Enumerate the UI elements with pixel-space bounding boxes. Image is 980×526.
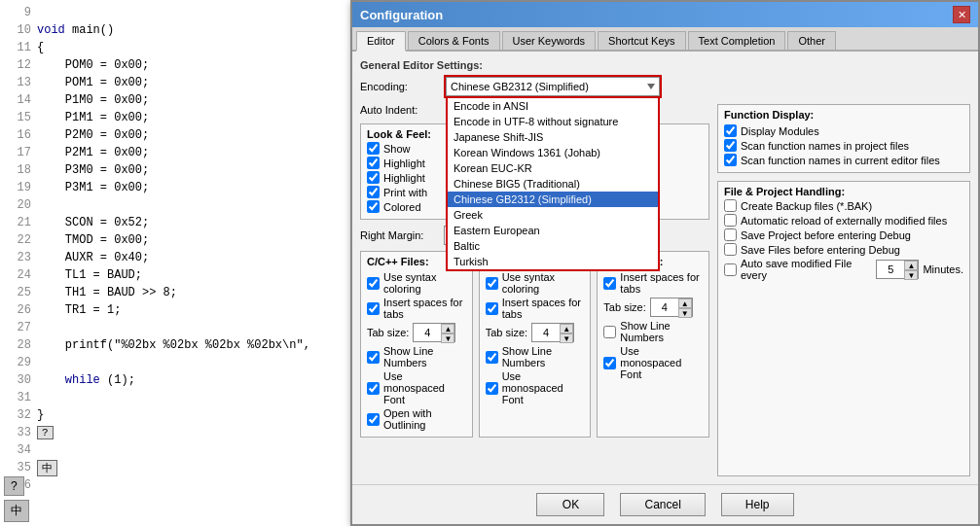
chinese-tab[interactable]: 中 bbox=[4, 500, 29, 522]
lf-colored-label: Colored bbox=[383, 201, 421, 213]
question-tab[interactable]: ? bbox=[4, 476, 24, 496]
cpp-tabsize-row: Tab size: ▲ ▼ bbox=[367, 323, 466, 342]
asm-tab-down[interactable]: ▼ bbox=[560, 333, 573, 343]
encoding-dropdown[interactable]: Chinese GB2312 (Simplified) bbox=[446, 77, 660, 96]
other-mono-checkbox[interactable] bbox=[603, 357, 616, 369]
fp-save-files-checkbox[interactable] bbox=[724, 243, 737, 256]
tab-shortcut-keys[interactable]: Shortcut Keys bbox=[598, 31, 685, 50]
asm-mono-checkbox[interactable] bbox=[486, 382, 498, 395]
tab-editor[interactable]: Editor bbox=[356, 31, 406, 52]
cpp-linenums-label: Show Line Numbers bbox=[383, 345, 466, 368]
dropdown-option[interactable]: Hebrew bbox=[448, 269, 658, 271]
cpp-tabsize-input[interactable] bbox=[414, 327, 441, 338]
encoding-dropdown-container: Chinese GB2312 (Simplified) Encode in AN… bbox=[446, 77, 660, 96]
line-number: 27 bbox=[4, 321, 31, 334]
dropdown-option[interactable]: Turkish bbox=[448, 254, 658, 269]
fd-scan-editor-checkbox[interactable] bbox=[724, 154, 737, 166]
cpp-tab-up[interactable]: ▲ bbox=[441, 324, 454, 333]
cpp-linenums-checkbox[interactable] bbox=[367, 351, 380, 364]
cpp-outlining: Open with Outlining bbox=[367, 407, 466, 431]
cpp-spaces-checkbox[interactable] bbox=[367, 302, 380, 315]
other-linenums-checkbox[interactable] bbox=[603, 326, 616, 338]
asm-tabsize-input[interactable] bbox=[532, 327, 560, 338]
cpp-tab-down[interactable]: ▼ bbox=[441, 333, 454, 343]
ok-button[interactable]: OK bbox=[536, 493, 604, 516]
lf-print-label: Print with bbox=[383, 187, 427, 198]
dropdown-option[interactable]: Korean EUC-KR bbox=[448, 160, 658, 176]
fd-modules-checkbox[interactable] bbox=[724, 124, 737, 137]
file-project-title: File & Project Handling: bbox=[724, 186, 963, 197]
fd-scan-project-checkbox[interactable] bbox=[724, 139, 737, 152]
close-button[interactable]: ✕ bbox=[953, 6, 970, 23]
line-text: while (1); bbox=[37, 373, 135, 387]
dropdown-option[interactable]: Chinese BIG5 (Traditional) bbox=[448, 176, 658, 192]
line-number: 14 bbox=[4, 93, 31, 107]
help-button[interactable]: Help bbox=[721, 493, 794, 516]
tab-user-keywords[interactable]: User Keywords bbox=[502, 31, 597, 50]
asm-files-section: ASM Files: Use syntax coloring Insert sp… bbox=[479, 251, 592, 438]
code-line: 28 printf("%02bx %02bx %02bx %02bx\n", bbox=[0, 336, 360, 354]
fp-autosave-checkbox[interactable] bbox=[724, 263, 737, 276]
cpp-linenums: Show Line Numbers bbox=[367, 345, 466, 368]
line-text: P3M1 = 0x00; bbox=[37, 181, 149, 194]
other-mono-label: Use monospaced Font bbox=[620, 345, 703, 380]
asm-syntax-checkbox[interactable] bbox=[486, 277, 498, 290]
dropdown-option[interactable]: Baltic bbox=[448, 238, 658, 254]
encoding-selected: Chinese GB2312 (Simplified) bbox=[451, 81, 589, 92]
dropdown-option[interactable]: Japanese Shift-JIS bbox=[448, 129, 658, 145]
code-line: 26 TR1 = 1; bbox=[0, 301, 360, 319]
autosave-value[interactable] bbox=[877, 263, 904, 275]
fd-scan-project-label: Scan function names in project files bbox=[741, 140, 909, 152]
line-text: { bbox=[37, 41, 44, 54]
tab-text-completion[interactable]: Text Completion bbox=[688, 31, 786, 50]
lf-colored-checkbox[interactable] bbox=[367, 200, 380, 213]
fp-autoreload-checkbox[interactable] bbox=[724, 214, 737, 227]
dropdown-option[interactable]: Eastern European bbox=[448, 223, 658, 238]
other-spaces-label: Insert spaces for tabs bbox=[620, 271, 703, 295]
asm-linenums-label: Show Line Numbers bbox=[502, 345, 585, 368]
code-line: 29 bbox=[0, 354, 360, 371]
code-editor: 910void main()11{12 POM0 = 0x00;13 POM1 … bbox=[0, 0, 360, 526]
encoding-dropdown-list[interactable]: Encode in ANSIEncode in UTF-8 without si… bbox=[446, 96, 660, 271]
code-line: 27 bbox=[0, 319, 360, 336]
cpp-files-section: C/C++ Files: Use syntax coloring Insert … bbox=[360, 251, 473, 438]
fp-save-files-label: Save Files before entering Debug bbox=[741, 244, 900, 256]
line-number: 26 bbox=[4, 303, 31, 317]
lf-highlight2-checkbox[interactable] bbox=[367, 171, 380, 184]
dropdown-option[interactable]: Encode in ANSI bbox=[448, 98, 658, 114]
cpp-syntax-checkbox[interactable] bbox=[367, 277, 380, 290]
file-project-section: File & Project Handling: Create Backup f… bbox=[717, 181, 970, 476]
asm-spaces-checkbox[interactable] bbox=[486, 302, 498, 315]
cancel-button[interactable]: Cancel bbox=[620, 493, 705, 516]
other-tab-down[interactable]: ▼ bbox=[678, 308, 692, 318]
dropdown-option[interactable]: Korean Windows 1361 (Johab) bbox=[448, 145, 658, 160]
cpp-outlining-checkbox[interactable] bbox=[367, 413, 380, 426]
asm-linenums-checkbox[interactable] bbox=[486, 351, 498, 364]
other-spaces-checkbox[interactable] bbox=[603, 277, 616, 290]
line-number: 21 bbox=[4, 216, 31, 229]
fp-backup: Create Backup files (*.BAK) bbox=[724, 199, 963, 212]
code-line: 30 while (1); bbox=[0, 371, 360, 389]
line-number: 31 bbox=[4, 391, 31, 404]
file-sections: C/C++ Files: Use syntax coloring Insert … bbox=[360, 251, 709, 438]
line-text: ? bbox=[37, 426, 54, 439]
asm-tab-up[interactable]: ▲ bbox=[560, 324, 573, 333]
dropdown-option[interactable]: Greek bbox=[448, 207, 658, 223]
other-tab-up[interactable]: ▲ bbox=[678, 298, 692, 308]
tab-colors-fonts[interactable]: Colors & Fonts bbox=[408, 31, 500, 50]
line-text: POM0 = 0x00; bbox=[37, 58, 149, 72]
dropdown-option[interactable]: Chinese GB2312 (Simplified) bbox=[448, 192, 658, 207]
autosave-up[interactable]: ▲ bbox=[904, 261, 918, 270]
tab-other[interactable]: Other bbox=[787, 31, 836, 50]
cpp-spaces: Insert spaces for tabs bbox=[367, 297, 466, 320]
other-tabsize-input[interactable] bbox=[651, 301, 678, 313]
lf-highlight1-checkbox[interactable] bbox=[367, 157, 380, 169]
cpp-mono-checkbox[interactable] bbox=[367, 382, 380, 395]
fp-save-project-checkbox[interactable] bbox=[724, 228, 737, 241]
autosave-down[interactable]: ▼ bbox=[904, 270, 918, 280]
lf-show-checkbox[interactable] bbox=[367, 142, 380, 155]
dropdown-option[interactable]: Encode in UTF-8 without signature bbox=[448, 114, 658, 129]
lf-print-checkbox[interactable] bbox=[367, 186, 380, 198]
fp-save-project: Save Project before entering Debug bbox=[724, 228, 963, 241]
fp-backup-checkbox[interactable] bbox=[724, 199, 737, 212]
